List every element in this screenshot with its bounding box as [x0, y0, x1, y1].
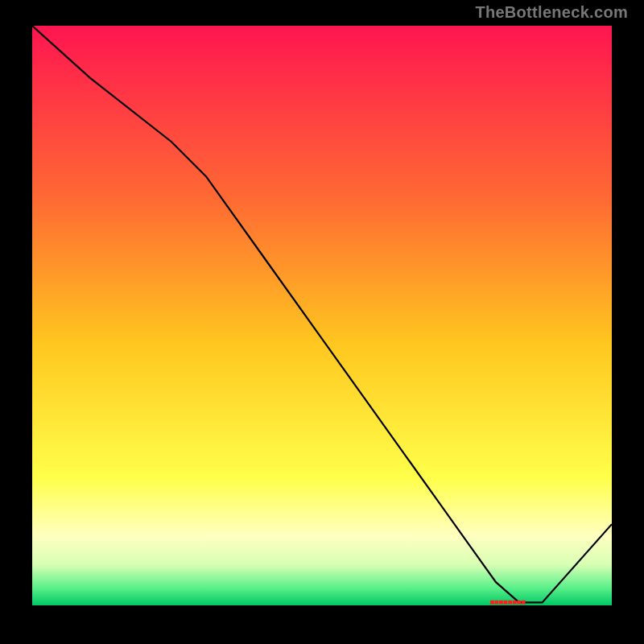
marker-label: ■■■■■■■■ — [489, 597, 526, 605]
watermark-text: TheBottleneck.com — [475, 3, 628, 22]
chart-svg: ■■■■■■■■ — [32, 26, 612, 605]
chart-container: TheBottleneck.com ■■■■■■■■ — [0, 0, 644, 644]
plot-area: ■■■■■■■■ — [32, 26, 612, 605]
gradient-rect — [32, 26, 612, 605]
